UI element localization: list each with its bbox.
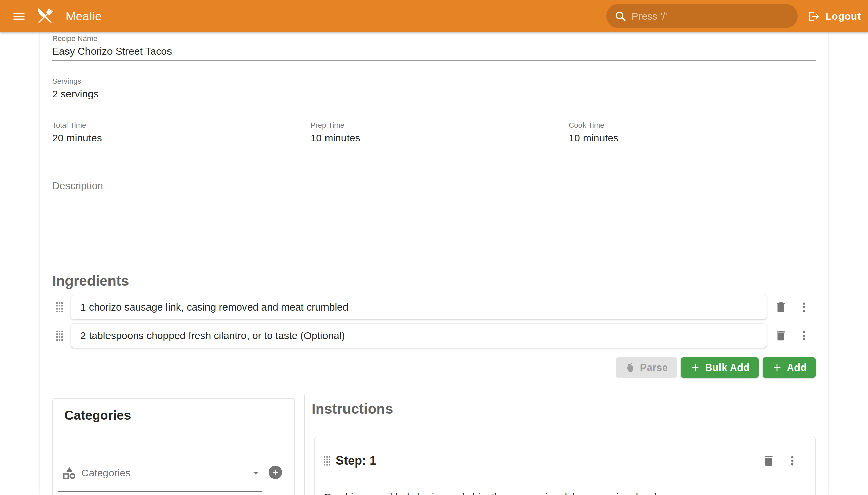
categories-select-row: Categories <box>58 431 282 492</box>
search-icon <box>614 10 627 22</box>
logout-button[interactable]: Logout <box>808 10 861 22</box>
ingredients-actions-row: Parse Bulk Add Add <box>52 357 816 378</box>
delete-ingredient-button[interactable] <box>774 329 788 342</box>
ingredients-heading: Ingredients <box>52 273 816 289</box>
time-fields-row: Total Time 20 minutes Prep Time 10 minut… <box>52 121 816 148</box>
prep-time-label: Prep Time <box>310 121 558 130</box>
create-category-button[interactable] <box>269 465 282 479</box>
hamburger-menu-button[interactable] <box>10 7 28 25</box>
bulk-add-button-label: Bulk Add <box>705 362 750 373</box>
categories-column: Categories Categories <box>52 395 305 495</box>
cook-time-field[interactable]: Cook Time 10 minutes <box>568 121 816 148</box>
logout-label: Logout <box>825 11 861 22</box>
total-time-value[interactable]: 20 minutes <box>52 132 300 144</box>
add-button-label: Add <box>787 362 806 373</box>
instructions-heading: Instructions <box>311 401 816 417</box>
total-time-field[interactable]: Total Time 20 minutes <box>52 121 300 148</box>
description-textarea[interactable]: Description <box>52 161 816 255</box>
drag-handle-icon[interactable] <box>56 330 63 341</box>
apple-icon <box>625 362 636 373</box>
delete-ingredient-button[interactable] <box>774 301 788 314</box>
description-label: Description <box>52 180 103 191</box>
hamburger-icon <box>12 9 27 24</box>
bottom-columns: Categories Categories <box>52 395 816 495</box>
prep-time-value[interactable]: 10 minutes <box>310 132 558 144</box>
prep-time-underline <box>310 147 558 148</box>
app-bar: Mealie Logout <box>0 0 868 32</box>
ingredient-row: 1 chorizo sausage link, casing removed a… <box>52 295 816 319</box>
recipe-name-field[interactable]: Recipe Name Easy Chorizo Street Tacos <box>52 32 816 61</box>
instructions-column: Instructions Step: 1 <box>305 395 816 495</box>
categories-select-label: Categories <box>81 467 131 479</box>
drag-handle-icon[interactable] <box>56 302 63 312</box>
ingredient-row: 2 tablespoons chopped fresh cilantro, or… <box>52 324 816 347</box>
recipe-name-underline <box>52 60 816 61</box>
cook-time-label: Cook Time <box>568 121 816 130</box>
servings-field[interactable]: Servings 2 servings <box>52 77 816 103</box>
ingredients-list: 1 chorizo sausage link, casing removed a… <box>52 295 816 347</box>
total-time-label: Total Time <box>52 121 300 130</box>
step-more-options-button[interactable] <box>786 454 799 467</box>
plus-icon <box>690 362 701 373</box>
logout-icon <box>808 10 820 22</box>
parse-button[interactable]: Parse <box>616 357 677 378</box>
categories-card-title: Categories <box>53 399 294 423</box>
app-title: Mealie <box>66 10 102 23</box>
mealie-logo-icon[interactable] <box>33 5 56 28</box>
step-title: Step: 1 <box>336 454 376 468</box>
ingredient-more-options-button[interactable] <box>797 301 811 314</box>
step-text-input[interactable]: Combine crumbled chorizo and chipotle pe… <box>324 490 806 495</box>
bulk-add-button[interactable]: Bulk Add <box>681 357 759 378</box>
cook-time-value[interactable]: 10 minutes <box>568 132 816 144</box>
servings-underline <box>52 103 816 103</box>
total-time-underline <box>52 147 300 148</box>
drag-handle-icon[interactable] <box>324 456 330 465</box>
plus-icon <box>772 362 783 373</box>
prep-time-field[interactable]: Prep Time 10 minutes <box>310 121 558 148</box>
ingredient-input[interactable]: 2 tablespoons chopped fresh cilantro, or… <box>71 324 767 347</box>
instruction-step-card: Step: 1 Combine crumbled chorizo and chi… <box>314 437 816 495</box>
search-input[interactable] <box>631 11 795 22</box>
ingredient-input[interactable]: 1 chorizo sausage link, casing removed a… <box>71 295 767 319</box>
cook-time-underline <box>568 147 816 148</box>
recipe-editor-card: Recipe Name Easy Chorizo Street Tacos Se… <box>40 32 828 495</box>
delete-step-button[interactable] <box>762 454 776 467</box>
categories-card: Categories Categories <box>52 398 295 495</box>
chevron-down-icon[interactable] <box>250 467 262 479</box>
servings-value[interactable]: 2 servings <box>52 88 816 100</box>
search-box[interactable] <box>606 4 798 28</box>
servings-label: Servings <box>52 77 816 86</box>
add-ingredient-button[interactable]: Add <box>763 357 816 378</box>
recipe-name-value[interactable]: Easy Chorizo Street Tacos <box>52 45 816 57</box>
step-header: Step: 1 <box>315 437 815 468</box>
categories-select[interactable]: Categories <box>58 455 262 492</box>
parse-button-label: Parse <box>640 362 668 373</box>
recipe-name-label: Recipe Name <box>52 34 816 43</box>
shapes-icon <box>62 465 76 480</box>
ingredient-more-options-button[interactable] <box>797 329 811 342</box>
